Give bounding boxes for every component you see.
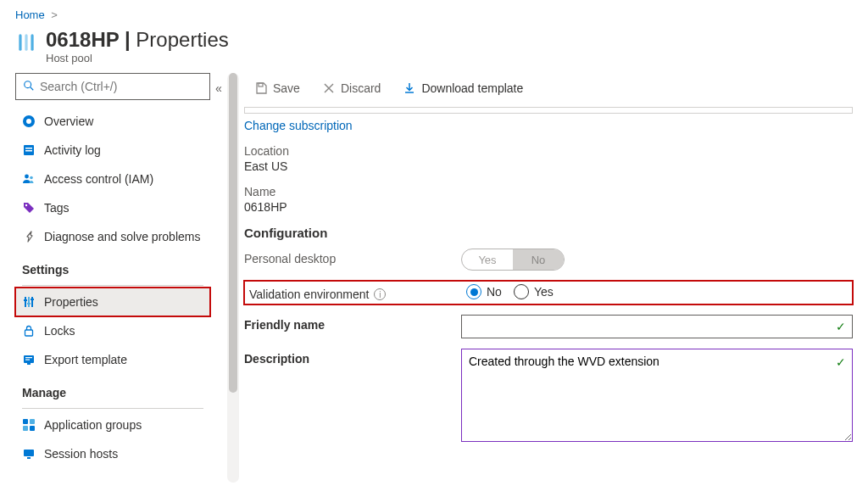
radio-no-label: No bbox=[487, 285, 502, 299]
nav-properties-label: Properties bbox=[44, 295, 98, 309]
nav-overview-label: Overview bbox=[44, 115, 93, 128]
save-icon bbox=[254, 81, 268, 95]
description-label: Description bbox=[244, 349, 453, 366]
chevron-right-icon: > bbox=[51, 8, 58, 21]
svg-rect-0 bbox=[19, 34, 21, 51]
validation-env-yes[interactable]: Yes bbox=[514, 284, 554, 299]
resource-name: 0618HP bbox=[46, 28, 119, 51]
nav-manage-header: Manage bbox=[15, 379, 210, 406]
section-name: Properties bbox=[136, 28, 228, 51]
svg-rect-22 bbox=[25, 360, 30, 360]
svg-point-11 bbox=[30, 176, 33, 180]
validation-env-no[interactable]: No bbox=[466, 284, 502, 299]
validation-env-radio-group: No Yes bbox=[466, 284, 848, 299]
svg-rect-2 bbox=[31, 34, 33, 51]
nav-export-template-label: Export template bbox=[44, 353, 127, 366]
divider bbox=[22, 285, 203, 286]
nav-application-groups[interactable]: Application groups bbox=[15, 411, 210, 439]
svg-rect-17 bbox=[27, 303, 31, 304]
svg-point-6 bbox=[26, 119, 31, 124]
nav-tags[interactable]: Tags bbox=[15, 193, 210, 222]
svg-rect-24 bbox=[23, 419, 28, 424]
validation-env-label: Validation environment bbox=[249, 288, 369, 301]
svg-rect-28 bbox=[24, 450, 34, 456]
personal-desktop-toggle: Yes No bbox=[461, 249, 565, 271]
content-scrollbar[interactable] bbox=[227, 73, 239, 483]
radio-selected-icon bbox=[466, 284, 481, 299]
nav-locks-label: Locks bbox=[44, 324, 75, 338]
svg-rect-13 bbox=[25, 297, 26, 307]
nav-activity-log-label: Activity log bbox=[44, 143, 101, 157]
svg-rect-21 bbox=[25, 357, 32, 358]
divider bbox=[22, 408, 203, 409]
sidebar: Overview Activity log Access control (IA… bbox=[15, 73, 210, 483]
tags-icon bbox=[22, 201, 36, 215]
svg-rect-16 bbox=[24, 299, 27, 301]
access-control-icon bbox=[22, 172, 36, 186]
discard-button[interactable]: Discard bbox=[317, 78, 386, 98]
diagnose-icon bbox=[22, 230, 36, 243]
nav-session-hosts[interactable]: Session hosts bbox=[15, 439, 210, 468]
svg-line-4 bbox=[31, 87, 34, 90]
svg-rect-14 bbox=[28, 297, 30, 307]
change-subscription-link[interactable]: Change subscription bbox=[244, 119, 353, 132]
save-button[interactable]: Save bbox=[249, 78, 305, 98]
nav-activity-log[interactable]: Activity log bbox=[15, 136, 210, 165]
personal-desktop-label: Personal desktop bbox=[244, 249, 453, 265]
properties-icon bbox=[22, 295, 36, 309]
discard-label: Discard bbox=[341, 81, 381, 95]
nav-session-hosts-label: Session hosts bbox=[44, 447, 118, 461]
form-body: Change subscription Location East US Nam… bbox=[244, 107, 853, 444]
nav-access-control-label: Access control (IAM) bbox=[44, 172, 153, 186]
description-textarea[interactable] bbox=[461, 349, 853, 442]
search-icon bbox=[23, 80, 35, 94]
search-input-wrapper[interactable] bbox=[15, 73, 210, 100]
svg-point-12 bbox=[25, 204, 27, 206]
svg-rect-9 bbox=[25, 150, 32, 152]
friendly-name-row: Friendly name ✓ bbox=[244, 315, 853, 338]
svg-rect-29 bbox=[27, 457, 31, 459]
info-icon[interactable]: i bbox=[374, 288, 386, 300]
nav-overview[interactable]: Overview bbox=[15, 107, 210, 136]
nav-export-template[interactable]: Export template bbox=[15, 345, 210, 374]
validation-environment-row: Validation environment i No Yes bbox=[244, 281, 853, 304]
application-groups-icon bbox=[22, 418, 36, 432]
export-template-icon bbox=[22, 353, 36, 366]
nav-access-control[interactable]: Access control (IAM) bbox=[15, 165, 210, 193]
content-area: Save Discard Download template Change su… bbox=[244, 73, 853, 483]
svg-point-3 bbox=[25, 81, 31, 87]
download-template-button[interactable]: Download template bbox=[398, 78, 528, 98]
friendly-name-input[interactable] bbox=[461, 315, 853, 338]
resource-type: Host pool bbox=[46, 52, 229, 64]
location-value: East US bbox=[244, 159, 853, 173]
session-hosts-icon bbox=[22, 447, 36, 461]
page-title: 0618HP | Properties bbox=[46, 28, 229, 52]
hostpool-icon bbox=[15, 31, 37, 53]
nav-diagnose-label: Diagnose and solve problems bbox=[44, 230, 200, 243]
toggle-no: No bbox=[513, 249, 564, 270]
breadcrumb-home[interactable]: Home bbox=[15, 8, 45, 21]
nav-locks[interactable]: Locks bbox=[15, 316, 210, 345]
discard-icon bbox=[322, 81, 336, 95]
validation-env-label-wrap: Validation environment i bbox=[249, 284, 458, 301]
truncated-field-top bbox=[244, 107, 853, 114]
nav-diagnose[interactable]: Diagnose and solve problems bbox=[15, 222, 210, 251]
svg-rect-15 bbox=[31, 297, 33, 307]
nav-list: Overview Activity log Access control (IA… bbox=[15, 107, 210, 251]
svg-point-10 bbox=[25, 175, 29, 179]
collapse-sidebar-button[interactable]: « bbox=[215, 81, 222, 95]
lock-icon bbox=[22, 324, 36, 338]
svg-rect-27 bbox=[30, 426, 35, 431]
check-icon: ✓ bbox=[836, 355, 846, 369]
search-input[interactable] bbox=[40, 80, 203, 93]
personal-desktop-row: Personal desktop Yes No bbox=[244, 249, 853, 271]
svg-rect-18 bbox=[31, 299, 34, 300]
save-label: Save bbox=[273, 81, 300, 95]
svg-rect-30 bbox=[259, 83, 263, 87]
nav-properties[interactable]: Properties bbox=[15, 288, 210, 316]
location-label: Location bbox=[244, 144, 853, 158]
nav-settings-header: Settings bbox=[15, 256, 210, 283]
svg-rect-1 bbox=[25, 34, 27, 51]
nav-app-groups-label: Application groups bbox=[44, 418, 142, 432]
svg-rect-26 bbox=[23, 426, 28, 431]
